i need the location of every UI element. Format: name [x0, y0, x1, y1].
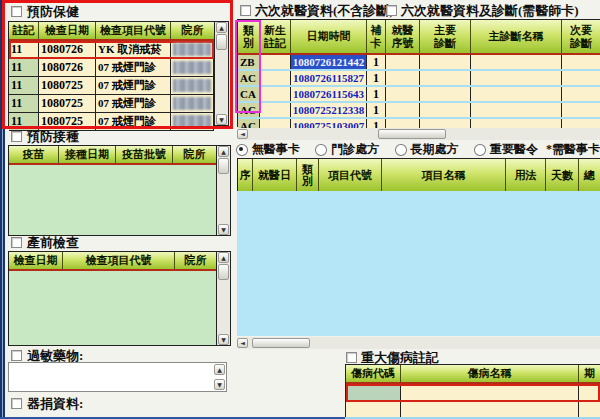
scrollbar-thumb[interactable]	[216, 34, 227, 50]
col-illness-code: 傷病代碼	[346, 365, 401, 382]
table-row[interactable]: ZB 1080726121442 1	[238, 55, 600, 71]
radio-longterm-rx-label: 長期處方	[411, 141, 459, 158]
table-row[interactable]: 11 1080726 07 戒煙門診	[9, 59, 214, 77]
table-row[interactable]: AC 1080725212338 1	[238, 103, 600, 119]
orders-table: 序 就醫日 類別 項目代號 項目名稱 用法 天數 總	[237, 158, 600, 191]
preventive-care-title: 預防保健	[27, 3, 79, 21]
vaccination-title: 預防接種	[27, 128, 79, 146]
col-type: 類別	[238, 20, 260, 53]
visits-header: 類別 新生註記 日期時間 補卡 就醫序號 主要診斷 主診斷名稱 次要診斷	[238, 20, 600, 55]
col-days: 天數	[546, 159, 579, 191]
major-illness-checkbox[interactable]	[346, 352, 357, 363]
scrollbar-thumb[interactable]	[252, 338, 310, 348]
organ-donation-title: 器捐資料:	[27, 395, 83, 413]
type-cell: ZB	[238, 55, 260, 69]
preventive-care-header: 註記 檢查日期 檢查項目代號 院所	[9, 22, 214, 41]
card-cell: 1	[367, 103, 386, 117]
radio-outpatient-rx[interactable]	[315, 144, 327, 156]
table-row[interactable]: 11 1080725 07 戒煙門診	[9, 95, 214, 113]
vaccination-checkbox[interactable]	[11, 131, 22, 142]
redacted-clinic	[173, 61, 211, 75]
major-illness-header: 傷病代碼 傷病名稱 期	[346, 365, 600, 384]
table-row[interactable]: CA 1080726115643 1	[238, 87, 600, 103]
prenatal-table: 檢查日期 檢查項目代號 院所 ▲ ▼	[8, 251, 231, 346]
prenatal-empty-body	[9, 271, 216, 345]
organ-donation-checkbox[interactable]	[11, 398, 22, 409]
prenatal-title: 產前檢查	[27, 234, 79, 252]
card-cell: 1	[367, 55, 386, 69]
scrollbar-thumb[interactable]	[218, 158, 229, 174]
date-cell: 1080726	[39, 59, 96, 76]
illness-code-cell	[346, 402, 401, 418]
scroll-up-icon[interactable]: ▲	[218, 146, 229, 157]
six-visits-checkbox[interactable]	[240, 5, 251, 16]
scroll-down-icon[interactable]: ▼	[218, 334, 229, 345]
six-visits-dx-label: 六次就醫資料及診斷(需醫師卡)	[401, 2, 579, 20]
col-usage: 用法	[506, 159, 546, 191]
six-visits-label: 六次就醫資料(不含診斷)	[255, 2, 394, 20]
col-type: 類別	[297, 159, 319, 191]
radio-important-orders-label: 重要醫令	[490, 141, 538, 158]
card-required-note: *需醫事卡	[546, 141, 600, 158]
orders-hscrollbar[interactable]: ◄	[237, 337, 600, 349]
type-cell: AC	[238, 103, 260, 117]
item-cell: 07 戒煙門診	[96, 113, 171, 130]
scroll-down-icon[interactable]: ▼	[218, 224, 229, 235]
six-visits-dx-checkbox[interactable]	[386, 5, 397, 16]
orders-header: 序 就醫日 類別 項目代號 項目名稱 用法 天數 總	[238, 159, 600, 192]
table-row[interactable]: AC 1080726115827 1	[238, 71, 600, 87]
prenatal-checkbox[interactable]	[11, 237, 22, 248]
radio-longterm-rx[interactable]	[395, 144, 407, 156]
mark-cell: 11	[9, 77, 39, 94]
col-card-makeup: 補卡	[367, 20, 386, 53]
col-check-item-code: 檢查項目代號	[96, 22, 171, 39]
vaccination-table: 疫苗 接種日期 疫苗批號 院所 ▲ ▼	[8, 145, 231, 236]
table-row[interactable]: 11 1080726 YK 取消戒菸	[9, 41, 214, 59]
window-left-edge	[0, 0, 6, 419]
col-visit-seq: 就醫序號	[386, 20, 420, 53]
scroll-down-icon[interactable]: ▼	[216, 114, 227, 125]
item-cell: 07 戒煙門診	[96, 77, 171, 94]
col-check-date: 檢查日期	[9, 252, 63, 269]
table-row[interactable]: 11 1080725 07 戒煙門診	[9, 77, 214, 95]
scroll-left-icon[interactable]: ◄	[237, 129, 248, 139]
col-illness-name: 傷病名稱	[401, 365, 579, 382]
vertical-scrollbar[interactable]: ▲ ▼	[216, 252, 230, 345]
scroll-left-icon[interactable]: ◄	[237, 338, 248, 348]
orders-empty-body	[237, 191, 600, 336]
preventive-care-table: 註記 檢查日期 檢查項目代號 院所 11 1080726 YK 取消戒菸 11 …	[8, 21, 229, 126]
scroll-down-icon[interactable]: ▼	[214, 379, 225, 390]
col-item-code: 項目代號	[319, 159, 382, 191]
visits-hscrollbar[interactable]: ◄	[237, 128, 600, 140]
datetime-cell: 1080726121442	[291, 55, 367, 69]
vaccination-header: 疫苗 接種日期 疫苗批號 院所	[9, 146, 216, 165]
table-row[interactable]	[346, 384, 600, 402]
datetime-cell: 1080725212338	[291, 103, 367, 117]
table-row[interactable]	[346, 402, 600, 418]
col-vaccine: 疫苗	[9, 146, 59, 163]
allergy-checkbox[interactable]	[11, 350, 22, 361]
preventive-care-checkbox[interactable]	[11, 6, 22, 17]
allergy-textbox[interactable]: ▲ ▼	[8, 362, 227, 392]
vertical-scrollbar[interactable]: ▲ ▼	[216, 146, 230, 235]
col-seq: 序	[238, 159, 253, 191]
date-cell: 1080725	[39, 77, 96, 94]
scrollbar-thumb[interactable]	[218, 264, 229, 280]
col-vaccine-lot: 疫苗批號	[116, 146, 173, 163]
medical-ic-card-window: 預防保健 註記 檢查日期 檢查項目代號 院所 11 1080726 YK 取消戒…	[0, 0, 600, 419]
col-total: 總	[579, 159, 600, 191]
scroll-up-icon[interactable]: ▲	[218, 252, 229, 263]
radio-important-orders[interactable]	[474, 144, 486, 156]
radio-no-card[interactable]	[236, 144, 248, 156]
mark-cell: 11	[9, 95, 39, 112]
datetime-cell: 1080726115827	[291, 71, 367, 85]
col-check-date: 檢查日期	[39, 22, 96, 39]
col-mark: 註記	[9, 22, 39, 39]
scroll-up-icon[interactable]: ▲	[214, 364, 225, 375]
col-datetime: 日期時間	[291, 20, 367, 53]
scroll-up-icon[interactable]: ▲	[216, 22, 227, 33]
vertical-scrollbar[interactable]: ▲ ▼	[214, 22, 228, 125]
scrollbar-thumb[interactable]	[378, 129, 446, 139]
redacted-clinic	[173, 43, 211, 57]
col-check-item-code: 檢查項目代號	[63, 252, 175, 269]
